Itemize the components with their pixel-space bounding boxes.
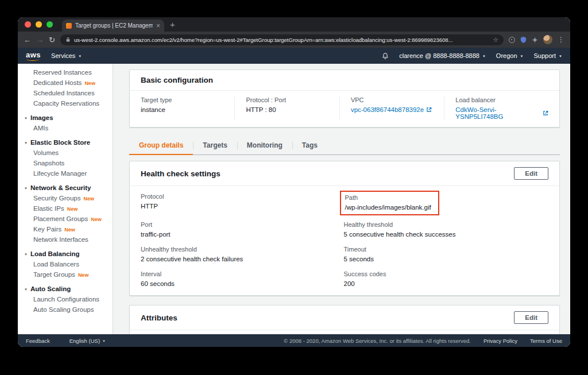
tab[interactable]: Targets [193,137,237,154]
field-highlight-box: Interval 60 seconds [141,270,175,287]
attributes-header: Attributes Edit [130,306,559,330]
field-value: CdkWo-Servi-YSNP5LI748BG [455,106,548,120]
forward-icon[interactable]: → [36,36,44,44]
aws-logo[interactable]: aws [26,51,41,61]
sidebar-item[interactable]: ▼ Network & Security [18,183,113,193]
sidebar-item[interactable]: Security Groups New [18,193,113,203]
language-label: English (US) [69,338,100,344]
sidebar-item[interactable]: Scheduled Instances [18,88,113,98]
url-text[interactable]: us-west-2.console.aws.amazon.com/ec2/v2/… [74,37,489,43]
tab[interactable]: Tags [292,137,327,154]
sidebar-item[interactable]: Key Pairs New [18,224,113,234]
main-content: Basic configuration Target type instance [113,64,570,334]
region-menu[interactable]: Oregon ▼ [496,52,524,59]
sidebar-item[interactable]: Network Interfaces [18,234,113,245]
sidebar-item-label: Elastic Block Store [30,139,90,146]
window-close-button[interactable] [25,21,31,28]
notifications-bell-icon[interactable] [382,52,389,60]
health-check-header: Health check settings Edit [130,161,559,186]
sidebar-item-label: Images [30,114,53,121]
sidebar-item[interactable]: ▼ Load Balancing [18,249,113,259]
config-field: Load balancer CdkWo-Servi-YSNP5LI748BG [444,96,559,120]
feedback-button[interactable]: Feedback [26,338,50,344]
new-badge: New [64,227,75,233]
privacy-policy-link[interactable]: Privacy Policy [483,338,517,344]
section-caret-icon: ▼ [24,253,28,256]
field-label: Port [141,221,171,228]
sidebar-item[interactable]: ▼ Images [18,113,113,123]
attributes-fields: Stickiness Disabled Deregistration delay… [130,330,559,334]
caret-down-icon: ▼ [78,55,82,58]
tab-close-icon[interactable]: × [156,22,160,29]
language-selector[interactable]: English (US) ▼ [69,338,106,344]
sidebar-item-label: Capacity Reservations [33,100,99,107]
field-value-text[interactable]: vpc-063f86744b878392e [351,106,424,113]
field-value-text[interactable]: CdkWo-Servi-YSNP5LI748BG [455,106,540,120]
sidebar-item[interactable]: ▼ Elastic Block Store [18,137,113,148]
address-bar[interactable]: us-west-2.console.aws.amazon.com/ec2/v2/… [60,34,504,45]
window-fullscreen-button[interactable] [47,21,53,28]
new-tab-button[interactable]: + [170,20,175,29]
browser-menu-icon[interactable]: ⋮ [558,36,564,43]
sidebar-item[interactable]: Launch Configurations [18,294,113,304]
section-caret-icon: ▼ [24,141,28,145]
field-highlight-box: Protocol HTTP [141,193,164,210]
sidebar-item[interactable]: Volumes [18,148,113,158]
field-value: 5 seconds [344,256,374,262]
detail-tabs: Group details Targets Monitoring Tags [129,137,560,155]
refresh-icon[interactable]: ↻ [49,36,55,44]
attributes-title: Attributes [141,314,177,322]
sidebar-item[interactable]: Reserved Instances [18,67,113,78]
sidebar-item[interactable]: Capacity Reservations [18,98,113,109]
tab[interactable]: Monitoring [237,137,292,154]
health-check-field: Interval 60 seconds [141,270,336,288]
lock-icon [65,37,71,42]
external-link-icon[interactable] [426,107,432,113]
sidebar-item-label: Auto Scaling Groups [33,306,94,313]
field-value: instance [141,106,223,113]
support-menu[interactable]: Support ▼ [534,52,562,59]
aws-console-nav: aws Services ▼ clarence @ 8888-8888-8888… [18,48,570,64]
browser-toolbar: ← → ↻ us-west-2.console.aws.amazon.com/e… [18,32,570,48]
bookmark-star-icon[interactable]: ☆ [493,36,498,44]
sidebar-item[interactable]: Load Balancers [18,259,113,269]
profile-avatar[interactable] [543,35,552,44]
sidebar-item[interactable]: Elastic IPs New [18,203,113,214]
new-badge: New [91,217,102,222]
terms-of-use-link[interactable]: Terms of Use [530,338,562,344]
extension-icon-2[interactable] [532,37,538,43]
window-minimize-button[interactable] [36,21,42,28]
shield-extension-icon[interactable] [520,36,527,43]
sidebar-item-label: Snapshots [33,160,64,167]
services-menu[interactable]: Services ▼ [51,52,82,59]
ec2-favicon-icon [66,23,72,29]
sidebar-item[interactable]: Dedicated Hosts New [18,78,113,88]
field-label: Success codes [344,270,386,277]
field-label: Path [345,194,431,201]
sidebar-item[interactable]: Lifecycle Manager [18,168,113,179]
field-value: 200 [344,280,386,287]
back-icon[interactable]: ← [24,36,31,44]
field-highlight-box: Success codes 200 [344,270,386,287]
browser-tab-strip: Target groups | EC2 Managem... × + [18,17,570,32]
extension-icon[interactable] [509,37,515,43]
sidebar-item-label: Placement Groups [33,215,88,222]
account-menu[interactable]: clarence @ 8888-8888-8888 ▼ [399,52,486,59]
caret-down-icon: ▼ [520,55,524,58]
edit-health-check-button[interactable]: Edit [514,167,548,180]
edit-attributes-button[interactable]: Edit [514,311,548,324]
section-caret-icon: ▼ [24,187,28,190]
sidebar-item[interactable]: ▼ Auto Scaling [18,284,113,294]
sidebar-item[interactable]: AMIs [18,123,113,133]
external-link-icon[interactable] [543,110,548,116]
caret-down-icon: ▼ [102,339,106,343]
field-value: 60 seconds [141,280,175,287]
nav-right-group: clarence @ 8888-8888-8888 ▼ Oregon ▼ Sup… [382,52,562,60]
sidebar-item[interactable]: Placement Groups New [18,214,113,224]
sidebar-item[interactable]: Snapshots [18,158,113,168]
caret-down-icon: ▼ [559,55,562,58]
sidebar-item[interactable]: Target Groups New [18,269,113,280]
browser-tab[interactable]: Target groups | EC2 Managem... × [62,20,164,32]
tab[interactable]: Group details [129,137,193,154]
sidebar-item[interactable]: Auto Scaling Groups [18,304,113,315]
